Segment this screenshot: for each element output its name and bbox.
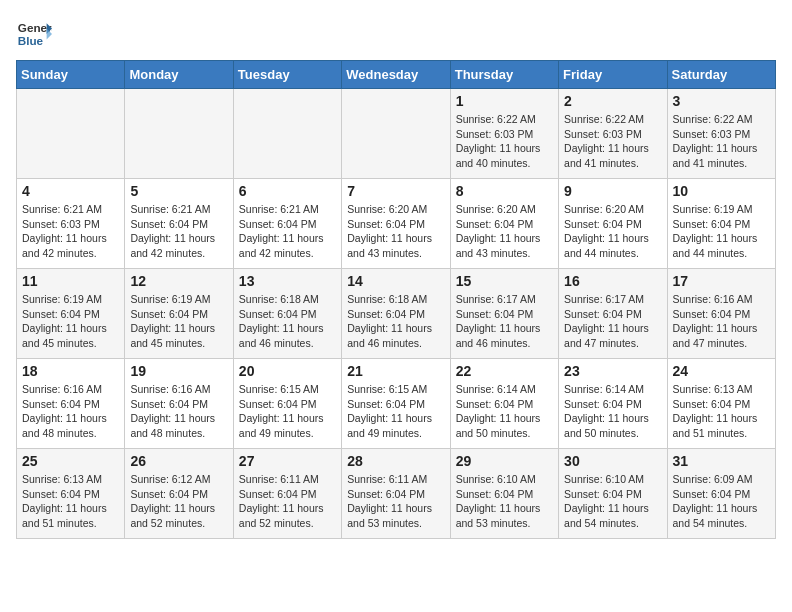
day-cell: 27Sunrise: 6:11 AMSunset: 6:04 PMDayligh… <box>233 449 341 539</box>
day-number: 13 <box>239 273 336 289</box>
day-cell: 7Sunrise: 6:20 AMSunset: 6:04 PMDaylight… <box>342 179 450 269</box>
day-number: 29 <box>456 453 553 469</box>
day-number: 19 <box>130 363 227 379</box>
day-number: 22 <box>456 363 553 379</box>
day-cell <box>125 89 233 179</box>
header-row: SundayMondayTuesdayWednesdayThursdayFrid… <box>17 61 776 89</box>
day-number: 28 <box>347 453 444 469</box>
day-number: 20 <box>239 363 336 379</box>
day-number: 11 <box>22 273 119 289</box>
day-number: 8 <box>456 183 553 199</box>
day-cell: 16Sunrise: 6:17 AMSunset: 6:04 PMDayligh… <box>559 269 667 359</box>
week-row-4: 18Sunrise: 6:16 AMSunset: 6:04 PMDayligh… <box>17 359 776 449</box>
day-number: 4 <box>22 183 119 199</box>
day-cell: 12Sunrise: 6:19 AMSunset: 6:04 PMDayligh… <box>125 269 233 359</box>
day-info: Sunrise: 6:21 AMSunset: 6:03 PMDaylight:… <box>22 202 119 261</box>
logo-icon: General Blue <box>16 16 52 52</box>
week-row-2: 4Sunrise: 6:21 AMSunset: 6:03 PMDaylight… <box>17 179 776 269</box>
day-number: 17 <box>673 273 770 289</box>
page-header: General Blue <box>16 16 776 52</box>
header-thursday: Thursday <box>450 61 558 89</box>
day-info: Sunrise: 6:15 AMSunset: 6:04 PMDaylight:… <box>347 382 444 441</box>
day-number: 2 <box>564 93 661 109</box>
day-info: Sunrise: 6:20 AMSunset: 6:04 PMDaylight:… <box>456 202 553 261</box>
day-info: Sunrise: 6:11 AMSunset: 6:04 PMDaylight:… <box>347 472 444 531</box>
day-cell: 5Sunrise: 6:21 AMSunset: 6:04 PMDaylight… <box>125 179 233 269</box>
day-info: Sunrise: 6:17 AMSunset: 6:04 PMDaylight:… <box>564 292 661 351</box>
day-cell: 26Sunrise: 6:12 AMSunset: 6:04 PMDayligh… <box>125 449 233 539</box>
day-number: 3 <box>673 93 770 109</box>
day-number: 23 <box>564 363 661 379</box>
day-number: 15 <box>456 273 553 289</box>
day-cell: 23Sunrise: 6:14 AMSunset: 6:04 PMDayligh… <box>559 359 667 449</box>
day-cell: 25Sunrise: 6:13 AMSunset: 6:04 PMDayligh… <box>17 449 125 539</box>
day-info: Sunrise: 6:16 AMSunset: 6:04 PMDaylight:… <box>22 382 119 441</box>
day-number: 6 <box>239 183 336 199</box>
day-cell: 31Sunrise: 6:09 AMSunset: 6:04 PMDayligh… <box>667 449 775 539</box>
day-info: Sunrise: 6:22 AMSunset: 6:03 PMDaylight:… <box>673 112 770 171</box>
week-row-3: 11Sunrise: 6:19 AMSunset: 6:04 PMDayligh… <box>17 269 776 359</box>
day-cell: 10Sunrise: 6:19 AMSunset: 6:04 PMDayligh… <box>667 179 775 269</box>
day-cell: 15Sunrise: 6:17 AMSunset: 6:04 PMDayligh… <box>450 269 558 359</box>
day-cell: 18Sunrise: 6:16 AMSunset: 6:04 PMDayligh… <box>17 359 125 449</box>
svg-text:Blue: Blue <box>18 34 44 47</box>
day-number: 12 <box>130 273 227 289</box>
day-info: Sunrise: 6:14 AMSunset: 6:04 PMDaylight:… <box>564 382 661 441</box>
day-info: Sunrise: 6:09 AMSunset: 6:04 PMDaylight:… <box>673 472 770 531</box>
day-info: Sunrise: 6:16 AMSunset: 6:04 PMDaylight:… <box>130 382 227 441</box>
day-cell: 2Sunrise: 6:22 AMSunset: 6:03 PMDaylight… <box>559 89 667 179</box>
calendar-header: SundayMondayTuesdayWednesdayThursdayFrid… <box>17 61 776 89</box>
header-saturday: Saturday <box>667 61 775 89</box>
day-cell: 17Sunrise: 6:16 AMSunset: 6:04 PMDayligh… <box>667 269 775 359</box>
day-number: 26 <box>130 453 227 469</box>
day-number: 25 <box>22 453 119 469</box>
day-cell: 4Sunrise: 6:21 AMSunset: 6:03 PMDaylight… <box>17 179 125 269</box>
day-number: 1 <box>456 93 553 109</box>
day-cell: 19Sunrise: 6:16 AMSunset: 6:04 PMDayligh… <box>125 359 233 449</box>
day-info: Sunrise: 6:12 AMSunset: 6:04 PMDaylight:… <box>130 472 227 531</box>
day-number: 5 <box>130 183 227 199</box>
day-info: Sunrise: 6:17 AMSunset: 6:04 PMDaylight:… <box>456 292 553 351</box>
day-cell: 24Sunrise: 6:13 AMSunset: 6:04 PMDayligh… <box>667 359 775 449</box>
day-info: Sunrise: 6:15 AMSunset: 6:04 PMDaylight:… <box>239 382 336 441</box>
day-cell: 20Sunrise: 6:15 AMSunset: 6:04 PMDayligh… <box>233 359 341 449</box>
day-number: 27 <box>239 453 336 469</box>
calendar-table: SundayMondayTuesdayWednesdayThursdayFrid… <box>16 60 776 539</box>
day-cell: 29Sunrise: 6:10 AMSunset: 6:04 PMDayligh… <box>450 449 558 539</box>
header-monday: Monday <box>125 61 233 89</box>
day-info: Sunrise: 6:14 AMSunset: 6:04 PMDaylight:… <box>456 382 553 441</box>
day-cell: 30Sunrise: 6:10 AMSunset: 6:04 PMDayligh… <box>559 449 667 539</box>
day-number: 30 <box>564 453 661 469</box>
day-cell <box>17 89 125 179</box>
day-cell: 9Sunrise: 6:20 AMSunset: 6:04 PMDaylight… <box>559 179 667 269</box>
day-cell: 21Sunrise: 6:15 AMSunset: 6:04 PMDayligh… <box>342 359 450 449</box>
logo: General Blue <box>16 16 52 52</box>
week-row-1: 1Sunrise: 6:22 AMSunset: 6:03 PMDaylight… <box>17 89 776 179</box>
day-cell <box>233 89 341 179</box>
day-cell: 28Sunrise: 6:11 AMSunset: 6:04 PMDayligh… <box>342 449 450 539</box>
header-wednesday: Wednesday <box>342 61 450 89</box>
header-friday: Friday <box>559 61 667 89</box>
day-info: Sunrise: 6:11 AMSunset: 6:04 PMDaylight:… <box>239 472 336 531</box>
week-row-5: 25Sunrise: 6:13 AMSunset: 6:04 PMDayligh… <box>17 449 776 539</box>
day-info: Sunrise: 6:13 AMSunset: 6:04 PMDaylight:… <box>22 472 119 531</box>
day-cell: 22Sunrise: 6:14 AMSunset: 6:04 PMDayligh… <box>450 359 558 449</box>
day-cell: 11Sunrise: 6:19 AMSunset: 6:04 PMDayligh… <box>17 269 125 359</box>
day-number: 24 <box>673 363 770 379</box>
day-info: Sunrise: 6:20 AMSunset: 6:04 PMDaylight:… <box>347 202 444 261</box>
calendar-body: 1Sunrise: 6:22 AMSunset: 6:03 PMDaylight… <box>17 89 776 539</box>
day-number: 7 <box>347 183 444 199</box>
day-number: 18 <box>22 363 119 379</box>
day-number: 14 <box>347 273 444 289</box>
day-cell: 6Sunrise: 6:21 AMSunset: 6:04 PMDaylight… <box>233 179 341 269</box>
day-number: 16 <box>564 273 661 289</box>
header-tuesday: Tuesday <box>233 61 341 89</box>
day-cell: 1Sunrise: 6:22 AMSunset: 6:03 PMDaylight… <box>450 89 558 179</box>
day-number: 31 <box>673 453 770 469</box>
day-info: Sunrise: 6:21 AMSunset: 6:04 PMDaylight:… <box>239 202 336 261</box>
day-info: Sunrise: 6:10 AMSunset: 6:04 PMDaylight:… <box>456 472 553 531</box>
day-cell: 14Sunrise: 6:18 AMSunset: 6:04 PMDayligh… <box>342 269 450 359</box>
day-cell <box>342 89 450 179</box>
day-info: Sunrise: 6:19 AMSunset: 6:04 PMDaylight:… <box>130 292 227 351</box>
day-info: Sunrise: 6:18 AMSunset: 6:04 PMDaylight:… <box>239 292 336 351</box>
